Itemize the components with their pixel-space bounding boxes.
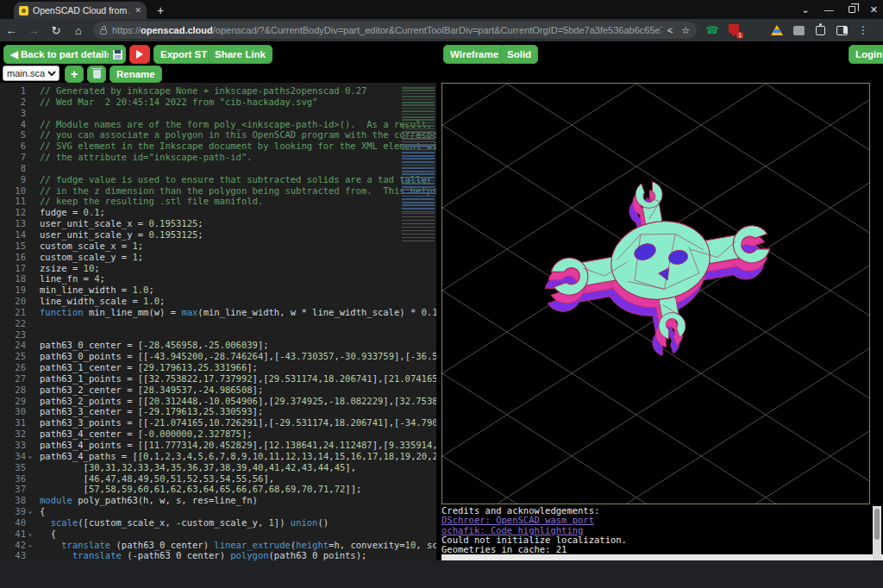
forward-icon[interactable]: → [22, 24, 45, 37]
line-number: 42⌄ [0, 540, 34, 551]
wireframe-button[interactable]: Wireframe [443, 45, 505, 64]
extension-badge: 1 [736, 32, 743, 39]
code-line: [46,47,48,49,50,51,52,53,54,55,56], [40, 473, 436, 485]
console-scrollbar-thumb[interactable] [874, 509, 880, 540]
back-to-part-details-button[interactable]: ◀ Back to part details [3, 45, 119, 64]
line-number: 7 [0, 152, 34, 163]
minimize-icon[interactable]: — [824, 4, 834, 15]
add-file-button[interactable]: + [65, 66, 84, 83]
adblock-extension-icon[interactable]: 1 [727, 23, 741, 37]
code-line: // the attribute id="inkscape-path-id". [40, 152, 436, 163]
line-number: 20 [0, 296, 34, 307]
url-domain: openscad.cloud [141, 25, 213, 35]
code-line: path63_3_points = [[-21.074165,10.726291… [40, 417, 436, 428]
line-number: 21 [0, 307, 34, 318]
console-line: Geometries in cache: 21 [442, 545, 871, 554]
tab-search-icon[interactable]: ⌄ [802, 4, 810, 16]
code-line: { [40, 529, 436, 540]
tab-close-icon[interactable]: ✕ [135, 6, 141, 15]
trash-icon [93, 70, 101, 78]
line-number: 6 [0, 141, 34, 152]
bookmark-star-icon[interactable]: ☆ [681, 25, 690, 36]
new-tab-button[interactable]: + [157, 3, 164, 18]
code-line: [30,31,32,33,34,35,36,37,38,39,40,41,42,… [40, 462, 436, 473]
line-number: 16 [0, 252, 34, 263]
restore-window-icon[interactable] [849, 6, 855, 13]
line-number: 28 [0, 385, 34, 396]
code-line: min_line_width = 1.0; [40, 285, 436, 296]
address-bar[interactable]: https://openscad.cloud/openscad/?&Curren… [93, 22, 697, 39]
reload-icon[interactable]: ↻ [45, 24, 67, 37]
line-number: 22 [0, 318, 34, 329]
lock-icon [100, 29, 107, 34]
line-number: 24 [0, 340, 34, 351]
code-line: custom_scale_y = 1; [40, 252, 436, 263]
code-line [40, 108, 436, 119]
share-link-button[interactable]: Share Link [208, 45, 272, 64]
page-header: ◀ Back to part details Export STL Share … [0, 41, 883, 83]
grey-extension-icon[interactable] [792, 23, 805, 37]
3d-viewport[interactable] [442, 83, 870, 504]
back-icon[interactable]: ← [0, 24, 22, 37]
code-line: { [40, 506, 436, 517]
code-line: path63_4_paths = [[0,1,2,3,4,5,6,7,8,9,1… [40, 451, 436, 462]
code-line: function min_line_mm(w) = max(min_line_w… [40, 307, 436, 318]
chevrons-extension-icon[interactable] [748, 23, 762, 37]
code-line: [57,58,59,60,61,62,63,64,65,66,67,68,69,… [40, 484, 436, 495]
browser-tab[interactable]: OpenSCAD Cloud from Autodrop ✕ [14, 2, 147, 19]
code-line: line_width_scale = 1.0; [40, 296, 436, 307]
share-icon[interactable]: < [667, 25, 673, 36]
code-line: // Module names are of the form poly_<in… [40, 119, 436, 130]
line-number: 38 [0, 495, 34, 506]
login-button[interactable]: Login [849, 45, 883, 64]
extensions-puzzle-icon[interactable] [813, 23, 827, 37]
close-window-icon[interactable]: ✕ [870, 4, 878, 16]
screen: OpenSCAD Cloud from Autodrop ✕ + ⌄ — ✕ ←… [0, 0, 883, 588]
line-number: 18 [0, 273, 34, 285]
console-link[interactable]: DSchroer: OpenSCAD wasm port [442, 516, 871, 525]
code-line: // fudge value is used to ensure that su… [40, 174, 436, 185]
line-number: 2 [0, 97, 34, 108]
code-line: custom_scale_x = 1; [40, 241, 436, 252]
drive-extension-icon[interactable] [770, 23, 784, 37]
code-line: translate (path63_0_center) linear_extru… [40, 540, 436, 551]
line-number: 19 [0, 285, 34, 296]
editor-minimap[interactable] [402, 87, 435, 251]
line-number: 43 [0, 550, 34, 560]
code-line: scale([custom_scale_x, -custom_scale_y, … [40, 517, 436, 529]
line-number: 32 [0, 428, 34, 440]
line-number: 12 [0, 207, 34, 218]
file-select[interactable]: main.scad [3, 66, 59, 81]
code-editor[interactable]: 1234567891011121314151617181920212223242… [0, 83, 436, 560]
phone-extension-icon[interactable]: ☎ [705, 23, 719, 37]
side-panel-icon[interactable] [835, 23, 849, 37]
url-text: https://openscad.cloud/openscad/?&Curren… [112, 25, 662, 35]
console-output: Credits and acknowledgements:DSchroer: O… [442, 506, 871, 554]
render-button[interactable] [129, 45, 150, 64]
code-line: path63_2_points = [[20.312448,-10.054906… [40, 396, 436, 407]
line-number: 25 [0, 351, 34, 362]
line-number: 3 [0, 108, 34, 119]
delete-file-button[interactable] [87, 66, 106, 83]
line-number: 13 [0, 218, 34, 229]
line-number: 34⌄ [0, 451, 34, 462]
code-line: path63_1_center = [29.179613,25.331966]; [40, 362, 436, 373]
rename-button[interactable]: Rename [110, 66, 162, 83]
line-number: 4 [0, 119, 34, 130]
solid-button[interactable]: Solid [500, 45, 538, 64]
code-line: line_fn = 4; [40, 273, 436, 285]
line-number: 29 [0, 396, 34, 407]
browser-menu-icon[interactable]: ⋮ [856, 23, 870, 37]
line-number: 8 [0, 163, 34, 174]
save-button[interactable] [109, 45, 126, 64]
line-number: 26 [0, 362, 34, 373]
code-line [40, 329, 436, 341]
code-line: translate (-path63_0_center) polygon(pat… [40, 550, 436, 560]
home-icon[interactable]: ⌂ [67, 24, 90, 37]
render-canvas [442, 84, 869, 504]
code-line: module poly_path63(h, w, s, res=line_fn) [40, 495, 436, 506]
code-line: path63_0_points = [[-43.945200,-28.74626… [40, 351, 436, 362]
line-number: 36 [0, 473, 34, 485]
line-number: 35 [0, 462, 34, 473]
line-number: 11 [0, 196, 34, 207]
